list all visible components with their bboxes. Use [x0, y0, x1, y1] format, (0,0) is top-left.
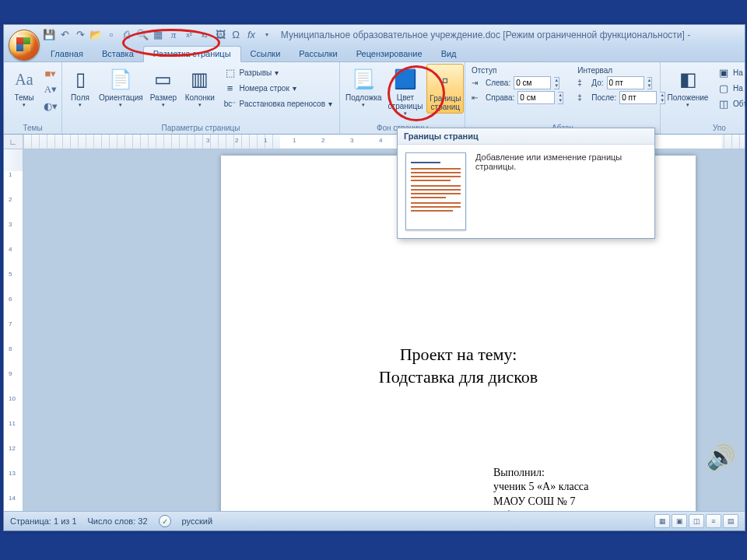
theme-options: ■▾ A▾ ◐▾	[43, 64, 58, 114]
subscript-icon[interactable]: x₂	[198, 29, 211, 41]
spacing-before-input[interactable]	[607, 76, 644, 89]
group-page-setup: ▯ Поля▾ 📄 Ориентация▾ ▭ Размер▾ ▥ Колонк…	[62, 62, 340, 134]
doc-exec-3: МАОУ СОШ № 7	[493, 495, 649, 509]
spacing-label: Интервал	[576, 66, 667, 75]
send-back-icon: ▢	[717, 82, 730, 94]
view-full-screen-icon[interactable]: ▣	[672, 514, 687, 528]
group-page-background: 📃 Подложка▾ 🟦 Цвет страницы▾ ▫ Границы с…	[340, 62, 465, 134]
view-buttons: ▦ ▣ ◫ ≡ ▤	[654, 514, 738, 528]
status-page[interactable]: Страница: 1 из 1	[10, 516, 77, 526]
vertical-ruler[interactable]: 123456789101112131415	[4, 149, 23, 529]
status-words[interactable]: Число слов: 32	[88, 516, 148, 526]
tab-view[interactable]: Вид	[432, 47, 466, 61]
view-outline-icon[interactable]: ≡	[706, 514, 721, 528]
breaks-button[interactable]: ⬚Разрывы ▾	[222, 65, 335, 79]
status-language[interactable]: русский	[182, 516, 212, 526]
view-print-layout-icon[interactable]: ▦	[654, 514, 670, 528]
theme-fonts-icon[interactable]: A▾	[44, 83, 57, 96]
columns-button[interactable]: ▥ Колонки▾	[181, 64, 219, 110]
tab-references[interactable]: Ссылки	[241, 47, 290, 61]
spacing-after-input[interactable]	[619, 91, 657, 104]
send-back-button[interactable]: ▢На задний	[715, 81, 747, 95]
table-icon[interactable]: ▦	[152, 29, 164, 41]
watermark-icon: 📃	[351, 67, 376, 92]
spellcheck-icon[interactable]: ✓	[159, 515, 171, 527]
indent-label: Отступ	[470, 66, 565, 75]
quickprint-icon[interactable]: ⎙	[121, 29, 133, 41]
spacing-before-icon: ‡	[577, 79, 588, 87]
margins-icon: ▯	[68, 67, 93, 92]
group-themes: Aa Темы ▾ ■▾ A▾ ◐▾ Темы	[4, 62, 62, 134]
tab-mailings[interactable]: Рассылки	[289, 47, 346, 61]
quick-access-toolbar: 💾 ↶ ↷ 📂 ▫ ⎙ 🔍 ▦ π x² x₂ 🖼 Ω fx ▾	[43, 29, 273, 41]
save-icon[interactable]: 💾	[43, 29, 55, 41]
equation-icon[interactable]: fx	[245, 29, 258, 41]
tab-review[interactable]: Рецензирование	[347, 47, 432, 61]
tab-home[interactable]: Главная	[41, 47, 93, 61]
text-wrap-icon: ◫	[717, 97, 730, 110]
redo-icon[interactable]: ↷	[74, 29, 86, 41]
orientation-button[interactable]: 📄 Ориентация▾	[96, 64, 146, 110]
spacing-after-icon: ‡	[577, 93, 588, 102]
open-icon[interactable]: 📂	[89, 29, 102, 41]
indent-column: Отступ ⇥ Слева: ▲▼ ⇤ Справа: ▲▼	[468, 65, 566, 106]
position-icon: ◧	[675, 67, 700, 92]
window-title: Муниципальное образовательное учреждение…	[273, 30, 745, 40]
hyphenation-icon: bc⁻	[224, 97, 237, 110]
tab-page-layout[interactable]: Разметка страницы	[143, 46, 241, 62]
watermark-button[interactable]: 📃 Подложка▾	[343, 64, 384, 110]
indent-left-input[interactable]	[514, 76, 551, 89]
line-numbers-icon: ≡	[224, 82, 237, 94]
page-borders-button[interactable]: ▫ Границы страниц	[426, 64, 464, 114]
arrange-small: ▣На передн ▢На задний ◫Обтекани	[714, 64, 747, 112]
theme-colors-icon[interactable]: ■▾	[44, 67, 57, 79]
group-paragraph: Отступ ⇥ Слева: ▲▼ ⇤ Справа: ▲▼	[465, 62, 661, 134]
page-borders-tooltip: Границы страниц Добавление или изменение…	[397, 128, 655, 239]
group-themes-label: Темы	[7, 123, 58, 134]
view-web-icon[interactable]: ◫	[689, 514, 704, 528]
tab-insert[interactable]: Вставка	[93, 47, 143, 61]
margins-button[interactable]: ▯ Поля▾	[65, 64, 95, 110]
tooltip-title: Границы страниц	[398, 128, 654, 145]
doc-title-1: Проект на тему:	[268, 344, 649, 366]
spacing-before-row: ‡ До: ▲▼	[576, 76, 667, 89]
size-icon: ▭	[151, 67, 176, 92]
indent-right-row: ⇤ Справа: ▲▼	[470, 91, 565, 104]
speaker-icon: 🔊	[707, 443, 735, 471]
ribbon: Aa Темы ▾ ■▾ A▾ ◐▾ Темы ▯ Поля▾	[4, 62, 745, 135]
line-numbers-button[interactable]: ≡Номера строк ▾	[222, 81, 335, 95]
group-arrange: ◧ Положение▾ ▣На передн ▢На задний ◫Обте…	[661, 62, 747, 134]
preview-icon[interactable]: 🔍	[136, 29, 149, 41]
bring-front-button[interactable]: ▣На передн	[715, 65, 747, 79]
picture-icon[interactable]: 🖼	[214, 29, 226, 41]
tooltip-thumb	[405, 152, 466, 230]
themes-label: Темы	[14, 93, 33, 102]
spinner-icon[interactable]: ▲▼	[554, 77, 559, 89]
themes-button[interactable]: Aa Темы ▾	[7, 64, 41, 110]
office-button[interactable]	[9, 30, 40, 61]
new-icon[interactable]: ▫	[105, 29, 117, 41]
indent-right-input[interactable]	[517, 91, 555, 104]
tab-selector-icon[interactable]: ∟	[4, 135, 23, 149]
spinner-icon[interactable]: ▲▼	[647, 77, 653, 89]
hyphenation-button[interactable]: bc⁻Расстановка переносов ▾	[222, 96, 335, 110]
spinner-icon[interactable]: ▲▼	[558, 92, 563, 104]
symbol-icon[interactable]: Ω	[230, 29, 242, 41]
page-color-button[interactable]: 🟦 Цвет страницы▾	[386, 64, 426, 118]
position-button[interactable]: ◧ Положение▾	[664, 64, 712, 110]
qat-customize-icon[interactable]: ▾	[261, 29, 273, 41]
doc-exec-2: ученик 5 «А» класса	[493, 480, 649, 494]
superscript-icon[interactable]: x²	[183, 29, 195, 41]
group-arrange-label: Упо	[664, 123, 747, 134]
doc-title-2: Подставка для дисков	[268, 366, 649, 389]
indent-right-icon: ⇤	[472, 93, 482, 102]
size-button[interactable]: ▭ Размер▾	[147, 64, 180, 110]
theme-effects-icon[interactable]: ◐▾	[44, 100, 57, 112]
ribbon-tabs: Главная Вставка Разметка страницы Ссылки…	[4, 44, 745, 62]
title-bar: 💾 ↶ ↷ 📂 ▫ ⎙ 🔍 ▦ π x² x₂ 🖼 Ω fx ▾ Муницип…	[4, 25, 745, 44]
formula-icon[interactable]: π	[167, 29, 180, 41]
undo-icon[interactable]: ↶	[58, 29, 71, 41]
text-wrap-button[interactable]: ◫Обтекани	[715, 96, 747, 110]
view-draft-icon[interactable]: ▤	[723, 514, 738, 528]
themes-icon: Aa	[12, 67, 37, 92]
